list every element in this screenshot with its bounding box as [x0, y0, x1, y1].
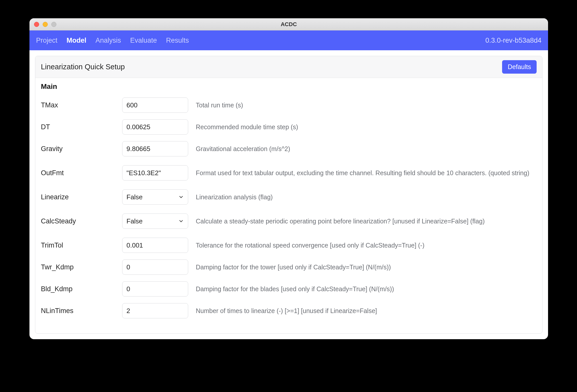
- nlintimes-input[interactable]: [122, 303, 188, 318]
- chevron-down-icon: [178, 218, 184, 224]
- card-title: Linearization Quick Setup: [41, 63, 125, 71]
- select-value: False: [126, 217, 143, 225]
- section-heading: Main: [41, 83, 537, 91]
- nav-tab-results[interactable]: Results: [166, 37, 189, 44]
- minimize-window-button[interactable]: [43, 22, 48, 27]
- zoom-window-button[interactable]: [51, 22, 56, 27]
- field-desc: Damping factor for the tower [used only …: [191, 263, 537, 272]
- field-row-nlintimes: NLinTimes Number of times to linearize (…: [41, 300, 537, 322]
- titlebar: ACDC: [29, 18, 548, 30]
- select-value: False: [126, 193, 143, 201]
- app-window: ACDC Project Model Analysis Evaluate Res…: [29, 18, 548, 339]
- field-label: TMax: [41, 101, 120, 109]
- nav-tab-project[interactable]: Project: [36, 37, 57, 44]
- nav-tab-model[interactable]: Model: [67, 37, 86, 44]
- field-desc: Number of times to linearize (-) [>=1] […: [191, 306, 537, 315]
- field-desc: Linearization analysis (flag): [191, 192, 537, 202]
- nav-tab-evaluate[interactable]: Evaluate: [130, 37, 157, 44]
- field-label: Bld_Kdmp: [41, 285, 120, 293]
- calcsteady-select[interactable]: False: [122, 214, 188, 229]
- nav-tab-analysis[interactable]: Analysis: [95, 37, 121, 44]
- field-desc: Gravitational acceleration (m/s^2): [191, 144, 537, 153]
- tmax-input[interactable]: [122, 97, 188, 113]
- dt-input[interactable]: [122, 119, 188, 135]
- content-area: Linearization Quick Setup Defaults Main …: [29, 50, 548, 339]
- field-desc: Format used for text tabular output, exc…: [191, 168, 537, 177]
- outfmt-input[interactable]: [122, 165, 188, 181]
- field-row-dt: DT Recommended module time step (s): [41, 116, 537, 138]
- field-row-outfmt: OutFmt Format used for text tabular outp…: [41, 160, 537, 186]
- field-label: Gravity: [41, 145, 120, 153]
- window-title: ACDC: [29, 21, 548, 28]
- version-label: 0.3.0-rev-b53a8d4: [485, 37, 541, 44]
- field-label: OutFmt: [41, 169, 120, 177]
- field-row-calcsteady: CalcSteady False Calculate a steady-stat…: [41, 208, 537, 234]
- field-desc: Total run time (s): [191, 101, 537, 110]
- field-row-linearize: Linearize False Linearization analysis (…: [41, 186, 537, 208]
- defaults-button[interactable]: Defaults: [502, 60, 537, 74]
- field-label: NLinTimes: [41, 307, 120, 315]
- bldkdmp-input[interactable]: [122, 281, 188, 297]
- field-row-tmax: TMax Total run time (s): [41, 94, 537, 116]
- setup-card: Linearization Quick Setup Defaults Main …: [35, 56, 542, 334]
- window-controls: [34, 22, 56, 27]
- field-row-bldkdmp: Bld_Kdmp Damping factor for the blades […: [41, 278, 537, 300]
- field-desc: Calculate a steady-state periodic operat…: [191, 217, 537, 226]
- field-row-twrkdmp: Twr_Kdmp Damping factor for the tower [u…: [41, 256, 537, 278]
- field-desc: Damping factor for the blades [used only…: [191, 284, 537, 293]
- field-label: DT: [41, 123, 120, 131]
- field-row-gravity: Gravity Gravitational acceleration (m/s^…: [41, 138, 537, 160]
- card-header: Linearization Quick Setup Defaults: [35, 56, 542, 78]
- main-navbar: Project Model Analysis Evaluate Results …: [29, 30, 548, 50]
- field-label: TrimTol: [41, 241, 120, 249]
- twrkdmp-input[interactable]: [122, 259, 188, 275]
- close-window-button[interactable]: [34, 22, 39, 27]
- nav-tabs: Project Model Analysis Evaluate Results: [36, 37, 189, 44]
- field-desc: Recommended module time step (s): [191, 122, 537, 132]
- field-row-trimtol: TrimTol Tolerance for the rotational spe…: [41, 234, 537, 256]
- linearize-select[interactable]: False: [122, 189, 188, 205]
- chevron-down-icon: [178, 194, 184, 200]
- field-label: CalcSteady: [41, 217, 120, 225]
- gravity-input[interactable]: [122, 141, 188, 156]
- field-desc: Tolerance for the rotational speed conve…: [191, 241, 537, 250]
- field-label: Twr_Kdmp: [41, 263, 120, 271]
- trimtol-input[interactable]: [122, 238, 188, 253]
- card-body: Main TMax Total run time (s) DT Recommen…: [35, 78, 542, 322]
- field-label: Linearize: [41, 193, 120, 201]
